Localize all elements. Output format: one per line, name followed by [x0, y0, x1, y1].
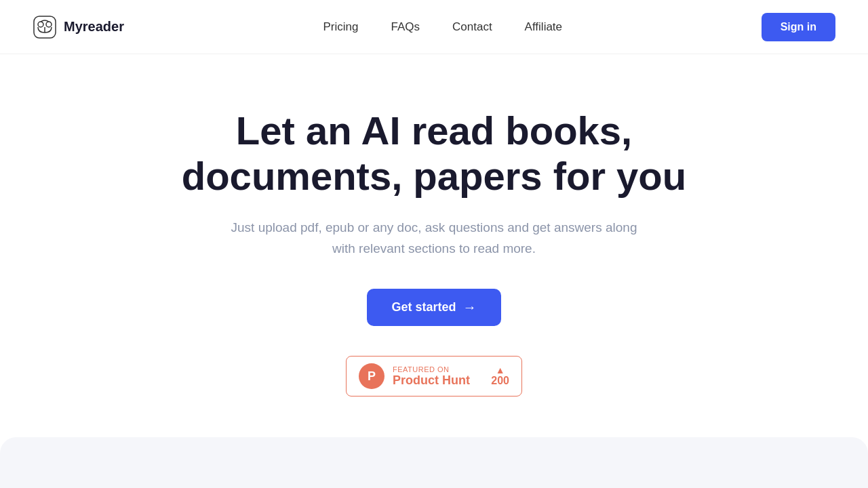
ph-featured-on: FEATURED ON	[393, 365, 450, 373]
ph-vote-count: 200	[491, 375, 509, 387]
get-started-label: Get started	[391, 300, 456, 314]
ph-votes-block: ▲ 200	[491, 365, 509, 387]
get-started-button[interactable]: Get started →	[367, 289, 500, 326]
navbar: Myreader Pricing FAQs Contact Affiliate …	[0, 0, 868, 54]
svg-point-1	[38, 22, 43, 27]
nav-link-contact[interactable]: Contact	[452, 20, 492, 33]
ph-badge-left: P FEATURED ON Product Hunt	[359, 363, 470, 389]
ph-text-block: FEATURED ON Product Hunt	[393, 365, 470, 388]
nav-links: Pricing FAQs Contact Affiliate	[323, 20, 563, 34]
logo-icon	[33, 15, 57, 39]
nav-link-pricing[interactable]: Pricing	[323, 20, 359, 33]
signin-button[interactable]: Sign in	[762, 13, 835, 41]
svg-point-2	[46, 22, 52, 27]
ph-icon: P	[359, 363, 384, 389]
hero-section: Let an AI read books, documents, papers …	[0, 54, 868, 437]
nav-link-affiliate[interactable]: Affiliate	[525, 20, 562, 33]
logo-text: Myreader	[64, 19, 124, 35]
product-hunt-badge[interactable]: P FEATURED ON Product Hunt ▲ 200	[346, 356, 522, 396]
nav-link-faqs[interactable]: FAQs	[391, 20, 420, 33]
hero-subtitle: Just upload pdf, epub or any doc, ask qu…	[224, 218, 644, 259]
bottom-preview-section	[0, 437, 868, 488]
logo-link[interactable]: Myreader	[33, 15, 124, 39]
ph-upvote-icon: ▲	[496, 365, 505, 375]
hero-title: Let an AI read books, documents, papers …	[176, 108, 692, 199]
ph-name: Product Hunt	[393, 373, 470, 388]
arrow-icon: →	[463, 300, 477, 315]
